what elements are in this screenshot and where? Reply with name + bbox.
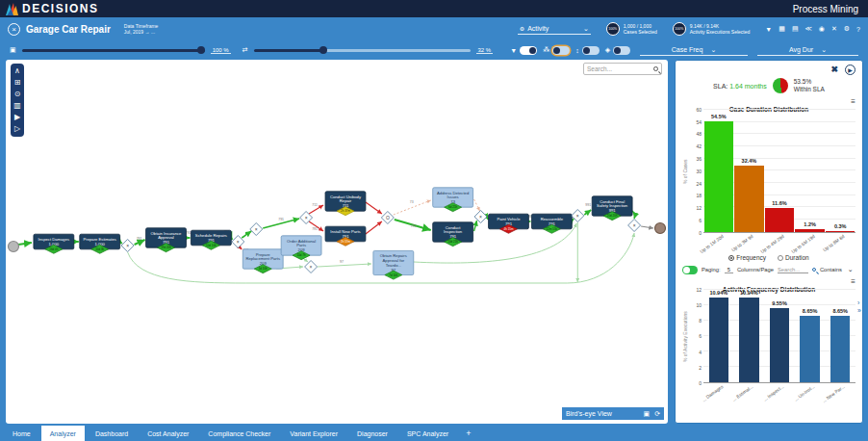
flow-node-obtain-insurance-approval[interactable]: Obtain InsuranceApproval79119d 20h [146, 228, 187, 252]
tab-cost-analyzer[interactable]: Cost Analyzer [139, 426, 197, 441]
flow-node-address-detected-issues[interactable]: Address DetectedIssues736d 21h [433, 188, 473, 212]
resources-toggle-switch[interactable] [552, 46, 570, 55]
settings-icon[interactable]: ⚙ [844, 25, 850, 33]
flow-node-gateway-9[interactable]: × [305, 261, 318, 273]
tab-compliance-checker[interactable]: Compliance Checker [199, 426, 279, 441]
flow-edge-10[interactable] [366, 202, 382, 214]
last-page-icon[interactable]: » [857, 307, 861, 314]
flow-edge-6[interactable] [242, 231, 251, 238]
print-icon[interactable]: ▤ [792, 25, 799, 33]
flow-edge-0[interactable] [18, 243, 32, 245]
chart-menu-icon[interactable]: ≡ [851, 278, 855, 286]
paths-slider-knob[interactable] [319, 46, 327, 54]
panel-close-icon[interactable]: ✖ [830, 65, 838, 74]
frequency-radio[interactable]: Frequency [728, 254, 766, 261]
flow-node-conduct-final-safety-inspection[interactable]: Conduct FinalSafety Inspection99120d 20h [592, 196, 632, 220]
flow-node-schedule-repairs[interactable]: Schedule Repairs79110d 10h [191, 230, 231, 249]
bar-2[interactable] [770, 308, 790, 381]
executions-selected-label: Activity Executions Selected [690, 29, 751, 36]
collapse-icon[interactable]: ∧ [14, 67, 20, 75]
flow-node-install-new-parts[interactable]: Install New Parts7912h 57m [325, 226, 366, 246]
flow-node-gateway-3[interactable]: × [250, 223, 263, 236]
flow-node-order-additional-parts[interactable]: Order AdditionalParts20910d 7h [281, 236, 321, 260]
activities-slider-knob[interactable] [197, 46, 205, 54]
chart-menu-icon[interactable]: ≡ [851, 98, 855, 106]
paths-slider[interactable] [254, 49, 471, 52]
bar-3[interactable] [795, 229, 824, 232]
canvas-search-input[interactable]: Search... [583, 63, 662, 75]
executions-pct-badge: 100% [673, 22, 686, 36]
process-map-canvas[interactable]: ∧⊞⊙▥▶▷ Search... 1,0001,0007917917917917… [6, 60, 668, 424]
export-icon[interactable]: ▦ [779, 25, 785, 33]
tab-variant-explorer[interactable]: Variant Explorer [281, 426, 346, 441]
add-tab-button[interactable]: + [459, 426, 477, 441]
flow-edge-21[interactable] [641, 226, 653, 228]
flow-node-paint-vehicle[interactable]: Paint Vehicle7914h 15m [489, 214, 529, 233]
tab-dashboard[interactable]: Dashboard [87, 426, 137, 441]
flow-node-obtain-repairs-approval[interactable]: Obtain RepairsApproval forTeardo...977d … [373, 250, 414, 279]
tab-analyzer[interactable]: Analyzer [41, 426, 85, 441]
flow-edge-11[interactable] [366, 221, 382, 234]
chevron-down-icon: ⌄ [821, 46, 827, 54]
tab-diagnoser[interactable]: Diagnoser [348, 426, 396, 441]
share-icon[interactable]: ≪ [805, 25, 812, 33]
activities-slider[interactable] [22, 49, 205, 52]
filter-toggle-switch[interactable] [520, 46, 537, 55]
flow-edge-15[interactable] [474, 220, 477, 231]
node-duration-badge: 6d 21h [448, 205, 457, 209]
tab-spc-analyzer[interactable]: SPC Analyzer [398, 426, 457, 441]
process-flow-diagram[interactable]: 1,0001,000791791791791711791791737919912… [6, 60, 668, 424]
refresh-icon[interactable]: ⟳ [654, 410, 660, 418]
panel-search-input[interactable]: Search... [778, 267, 808, 273]
secondary-metric-select[interactable]: Avg Dur ⌄ [757, 45, 858, 56]
tools-icon[interactable]: ✕ [831, 25, 837, 33]
dimension-select[interactable]: ⚙ Activity ⌄ [518, 24, 591, 35]
bar-1[interactable] [734, 166, 763, 232]
svg-text:×: × [633, 222, 636, 228]
flow-node-prepare-replacement-parts[interactable]: PrepareReplacement Parts2091d 10h [243, 249, 283, 273]
stats-icon[interactable]: ▥ [13, 102, 21, 110]
flow-node-inspect-damages[interactable]: Inspect Damages1,00016d 4h [34, 234, 74, 253]
flow-node-end[interactable] [655, 223, 666, 234]
filter-toggle: ▼ [510, 46, 537, 55]
flow-node-start[interactable] [8, 242, 18, 252]
flow-node-gateway-1[interactable]: × [121, 240, 134, 252]
flow-node-conduct-inspection[interactable]: ConductInspection79110d 21h [433, 222, 473, 246]
flow-node-gateway-8[interactable]: × [628, 220, 641, 232]
close-project-button[interactable]: × [8, 23, 20, 36]
play-icon[interactable]: ▶ [14, 114, 20, 121]
flow-node-reassemble[interactable]: Reassemble79112m 53s [531, 214, 572, 233]
sort-toggle-switch[interactable] [582, 46, 600, 55]
bar-3[interactable] [800, 316, 820, 382]
birdseye-view-bar[interactable]: Bird's-eye View ▣ ⟳ [562, 407, 664, 420]
primary-metric-select[interactable]: Case Freq ⌄ [640, 45, 748, 56]
bar-4[interactable] [830, 316, 851, 382]
flow-node-gateway-5[interactable]: O [381, 212, 394, 224]
playback-icon[interactable]: ▷ [14, 125, 20, 133]
bar-0[interactable] [709, 298, 729, 382]
duration-radio[interactable]: Duration [778, 254, 809, 261]
flow-node-prepare-estimates[interactable]: Prepare Estimates1,00010d 3h [80, 234, 120, 253]
bar-2[interactable] [765, 208, 794, 232]
flow-edge-27[interactable] [318, 264, 371, 267]
highlight-toggle-switch[interactable] [613, 46, 630, 55]
flow-node-conduct-unibody-repair[interactable]: Conduct UnibodyRepair7112h 37m [325, 192, 366, 216]
notifications-icon[interactable]: ◉ [819, 25, 825, 33]
insights-icon[interactable]: ⊙ [14, 91, 21, 98]
tab-home[interactable]: Home [4, 426, 39, 441]
columns-per-page-input[interactable]: 5 [725, 267, 733, 273]
snapshot-icon[interactable]: ▣ [644, 410, 651, 418]
paging-toggle[interactable] [682, 266, 698, 274]
filter-icon[interactable]: ▼ [765, 26, 772, 33]
bar-0[interactable] [704, 121, 733, 232]
filter-mode-select[interactable]: Contains ⌄ [820, 266, 854, 273]
flow-edge-19[interactable] [584, 210, 591, 215]
help-icon[interactable]: ? [856, 26, 860, 33]
next-page-icon[interactable]: › [857, 299, 861, 306]
fit-view-icon[interactable]: ⊞ [14, 79, 21, 87]
flow-edge-14[interactable] [474, 199, 480, 211]
paths-slider-value: 32 % [476, 47, 494, 54]
bar-1[interactable] [739, 298, 759, 382]
panel-play-button[interactable]: ▶ [845, 65, 855, 75]
bar-4[interactable] [826, 231, 855, 232]
